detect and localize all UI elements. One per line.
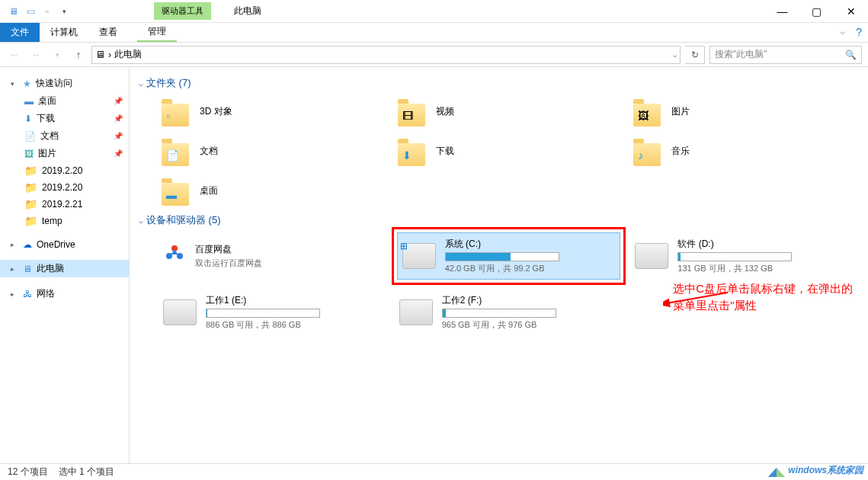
folder-documents[interactable]: 📄文档 [159,133,387,169]
chevron-down-icon: ⌵ [139,79,143,88]
sidebar-this-pc[interactable]: ▸🖥此电脑 [0,260,129,277]
folder-icon: 📁 [24,198,37,210]
address-location[interactable]: 此电脑 [114,48,142,61]
qat-new-icon[interactable]: ▫ [40,4,55,19]
pc-icon: 🖥 [23,264,32,274]
annotation-text: 选中C盘后单击鼠标右键，在弹出的 菜单里点击"属性 [673,280,853,314]
titlebar: 🖥 ▭ ▫ ▾ 驱动器工具 此电脑 — ▢ ✕ [0,0,868,23]
folder-desktop[interactable]: ▬桌面 [159,172,387,209]
network-icon: 🖧 [23,289,32,299]
item-count: 12 个项目 [8,466,48,478]
drive-baidu-netdisk[interactable]: 百度网盘 双击运行百度网盘 [159,230,387,282]
storage-bar [442,309,556,318]
navigation-pane: ▾ ★ 快速访问 ▬桌面📌 ⬇下载📌 📄文档📌 🖼图片📌 📁2019.2.20 … [0,67,130,463]
up-button[interactable]: ↑ [70,46,87,63]
sidebar-item-pictures[interactable]: 🖼图片📌 [0,145,129,162]
pin-icon: 📌 [114,97,123,105]
sidebar-item-downloads[interactable]: ⬇下载📌 [0,110,129,127]
expand-icon[interactable]: ▸ [11,290,18,298]
refresh-button[interactable]: ↻ [685,46,705,64]
folders-grid: ▫3D 对象 🎞视频 🖼图片 📄文档 ⬇下载 ♪音乐 ▬桌面 [139,93,859,209]
back-button[interactable]: ← [6,46,23,63]
sidebar-item-folder[interactable]: 📁2019.2.20 [0,162,129,179]
drive-tools-label: 驱动器工具 [162,6,203,15]
computer-tab[interactable]: 计算机 [40,23,88,42]
folders-group-header[interactable]: ⌵ 文件夹 (7) [139,76,859,90]
picture-icon: 🖼 [24,149,34,159]
address-dropdown-icon[interactable]: ⌵ [673,51,677,59]
sidebar-label: 快速访问 [36,77,72,90]
cloud-icon: ☁ [23,239,32,250]
chevron-down-icon: ⌵ [139,216,143,225]
folder-videos[interactable]: 🎞视频 [395,93,623,130]
folder-music[interactable]: ♪音乐 [630,133,859,169]
storage-bar [206,309,320,318]
desktop-icon: ▬ [24,96,34,107]
close-button[interactable]: ✕ [834,0,868,23]
folder-icon: 📁 [24,165,37,177]
file-tab[interactable]: 文件 [0,23,40,42]
expand-icon[interactable]: ▾ [11,80,18,88]
folder-downloads[interactable]: ⬇下载 [395,133,623,169]
app-icon: 🖥 [6,4,21,19]
address-sep: › [108,50,111,60]
drive-icon [399,299,433,325]
sidebar-item-folder[interactable]: 📁temp [0,213,129,229]
sidebar-item-desktop[interactable]: ▬桌面📌 [0,92,129,110]
drive-e-work1[interactable]: 工作1 (E:) 886 GB 可用，共 886 GB [159,290,387,335]
storage-bar [677,252,792,261]
expand-icon[interactable]: ▸ [11,265,18,273]
drive-f-work2[interactable]: 工作2 (F:) 965 GB 可用，共 976 GB [395,290,623,335]
ribbon-collapse-icon[interactable]: ⌵ [840,26,845,37]
storage-bar [445,252,559,261]
qat-dropdown-icon[interactable]: ▾ [56,4,72,19]
minimize-button[interactable]: — [765,0,799,23]
window-title: 此电脑 [234,5,261,18]
pin-icon: 📌 [114,149,123,158]
folder-icon: 📁 [24,181,37,194]
quick-access-toolbar: 🖥 ▭ ▫ ▾ [0,2,78,21]
search-icon[interactable]: 🔍 [845,50,857,60]
download-icon: ⬇ [24,114,32,124]
search-box[interactable]: 搜索"此电脑" 🔍 [709,46,862,64]
status-bar: 12 个项目 选中 1 个项目 [0,463,868,480]
sidebar-item-folder[interactable]: 📁2019.2.21 [0,196,129,213]
document-icon: 📄 [24,131,36,142]
drive-tools-tab[interactable]: 驱动器工具 [154,2,211,20]
annotation-highlight: ⊞ 系统 (C:) 42.0 GB 可用，共 99.2 GB [392,227,626,285]
sidebar-quick-access[interactable]: ▾ ★ 快速访问 [0,75,129,92]
drive-icon [163,299,197,325]
expand-icon[interactable]: ▸ [11,241,18,248]
pc-icon: 🖥 [95,49,105,60]
maximize-button[interactable]: ▢ [799,0,834,23]
devices-group-header[interactable]: ⌵ 设备和驱动器 (5) [139,213,859,227]
folder-pictures[interactable]: 🖼图片 [630,93,859,130]
star-icon: ★ [23,78,31,89]
folder-icon: 📁 [24,215,37,227]
manage-tab[interactable]: 管理 [137,23,177,42]
pin-icon: 📌 [114,114,123,123]
content-area: ⌵ 文件夹 (7) ▫3D 对象 🎞视频 🖼图片 📄文档 ⬇下载 ♪音乐 ▬桌面… [130,67,868,463]
selected-count: 选中 1 个项目 [59,466,114,478]
sidebar-network[interactable]: ▸🖧网络 [0,285,129,302]
pin-icon: 📌 [114,132,123,140]
recent-dropdown[interactable]: ▾ [49,46,66,63]
help-icon[interactable]: ? [856,26,862,38]
drive-c-system[interactable]: ⊞ 系统 (C:) 42.0 GB 可用，共 99.2 GB [397,232,621,280]
sidebar-item-documents[interactable]: 📄文档📌 [0,127,129,145]
drive-icon: ⊞ [402,243,436,269]
sidebar-onedrive[interactable]: ▸☁OneDrive [0,237,129,252]
drive-d-software[interactable]: 软件 (D:) 131 GB 可用，共 132 GB [630,230,859,282]
forward-button[interactable]: → [27,46,44,63]
window-controls: — ▢ ✕ [765,0,868,23]
search-placeholder: 搜索"此电脑" [715,48,767,61]
ribbon-tabs: 文件 计算机 查看 管理 ⌵ ? [0,23,868,43]
drive-icon [635,243,668,269]
address-bar[interactable]: 🖥 › 此电脑 ⌵ [91,46,681,64]
view-tab[interactable]: 查看 [88,23,128,42]
navigation-bar: ← → ▾ ↑ 🖥 › 此电脑 ⌵ ↻ 搜索"此电脑" 🔍 [0,43,868,67]
qat-properties-icon[interactable]: ▭ [23,4,38,19]
folder-3d-objects[interactable]: ▫3D 对象 [159,93,387,130]
watermark: windows系统家园 [767,462,863,478]
sidebar-item-folder[interactable]: 📁2019.2.20 [0,179,129,196]
